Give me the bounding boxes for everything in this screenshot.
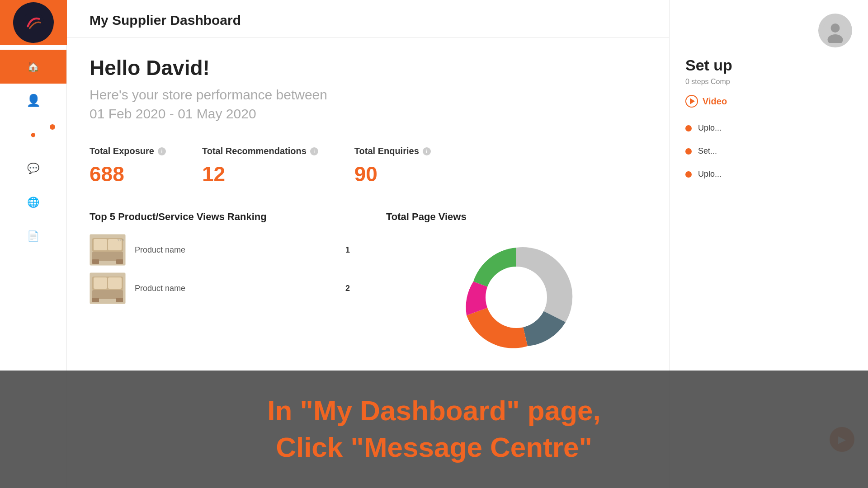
- sidebar-item-profile[interactable]: 👤: [0, 84, 66, 117]
- bottom-banner: In "My Dashboard" page, Click "Message C…: [0, 371, 868, 488]
- sidebar-item-settings[interactable]: 🌐: [0, 185, 66, 219]
- svg-rect-17: [116, 298, 123, 302]
- play-icon: [685, 95, 698, 108]
- svg-rect-3: [94, 239, 107, 250]
- sidebar-item-home[interactable]: 🏠: [0, 50, 66, 84]
- bottom-section: Top 5 Product/Service Views Ranking: [90, 211, 646, 361]
- banner-text: In "My Dashboard" page, Click "Message C…: [267, 393, 600, 465]
- svg-point-20: [831, 23, 840, 33]
- video-label: Video: [703, 96, 727, 107]
- list-item: Set...: [685, 146, 852, 156]
- svg-rect-16: [92, 298, 99, 302]
- sidebar-item-messages[interactable]: 💬: [0, 151, 66, 185]
- list-item: Uplo...: [685, 123, 852, 133]
- analytics-badge: [50, 124, 55, 130]
- profile-icon: 👤: [26, 94, 41, 108]
- svg-rect-6: [92, 259, 99, 264]
- product-rank-2: 2: [345, 284, 350, 293]
- step-bullet-2: [685, 148, 692, 155]
- exposure-info-icon[interactable]: i: [158, 147, 166, 155]
- performance-line1: Here's your store performance between: [90, 87, 327, 102]
- banner-line2: Click "Message Centre": [267, 429, 600, 466]
- svg-rect-13: [94, 277, 107, 289]
- stat-recommendations-label: Total Recommendations i: [202, 146, 318, 156]
- greeting: Hello David!: [90, 56, 646, 80]
- banner-line1: In "My Dashboard" page,: [267, 393, 600, 429]
- video-link[interactable]: Video: [685, 95, 852, 108]
- messages-icon: 💬: [26, 161, 41, 176]
- logo-circle: [13, 2, 54, 43]
- sidebar-item-analytics[interactable]: ●: [0, 117, 66, 151]
- product-thumb-inner-1: 1 2 3: [90, 234, 126, 266]
- recommendations-info-icon[interactable]: i: [310, 147, 318, 155]
- stat-enquiries-value: 90: [354, 162, 431, 186]
- stat-recommendations-value: 12: [202, 162, 318, 186]
- sidebar-nav: 🏠 👤 ● 💬 🌐 📄: [0, 45, 66, 253]
- bed-image-2: [90, 273, 125, 304]
- analytics-icon: ●: [26, 127, 41, 142]
- table-row: 1 2 3 Product name 1: [90, 234, 350, 266]
- setup-title: Set up: [685, 56, 852, 74]
- avatar-icon: [823, 18, 848, 43]
- avatar: [818, 14, 852, 47]
- stat-exposure-value: 688: [90, 162, 166, 186]
- svg-text:3: 3: [122, 238, 124, 242]
- step-bullet-3: [685, 171, 692, 178]
- stat-exposure: Total Exposure i 688: [90, 146, 166, 186]
- step-text-2: Set...: [698, 146, 717, 156]
- donut-chart: [439, 234, 593, 361]
- sidebar-logo: [0, 0, 67, 45]
- product-thumb-inner-2: [90, 272, 126, 304]
- list-item: Uplo...: [685, 169, 852, 179]
- page-title: My Supplier Dashboard: [90, 13, 646, 28]
- setup-steps: Uplo... Set... Uplo...: [685, 123, 852, 179]
- stats-row: Total Exposure i 688 Total Recommendatio…: [90, 146, 646, 186]
- product-name-1: Product name: [135, 245, 336, 255]
- step-text-3: Uplo...: [698, 169, 722, 179]
- chart-title: Total Page Views: [386, 211, 646, 223]
- table-row: Product name 2: [90, 272, 350, 304]
- product-name-2: Product name: [135, 284, 336, 293]
- stat-enquiries-label: Total Enquiries i: [354, 146, 431, 156]
- document-icon: 📄: [26, 229, 41, 244]
- product-thumbnail-2: [90, 272, 126, 304]
- logo-icon: [22, 11, 45, 34]
- setup-subtitle: 0 steps Comp: [685, 78, 852, 86]
- stat-exposure-label: Total Exposure i: [90, 146, 166, 156]
- home-icon: 🏠: [26, 60, 41, 74]
- step-text-1: Uplo...: [698, 123, 722, 133]
- ranking-section: Top 5 Product/Service Views Ranking: [90, 211, 350, 361]
- donut-chart-container: [386, 234, 646, 361]
- sidebar-item-documents[interactable]: 📄: [0, 219, 66, 253]
- play-triangle: [690, 98, 695, 104]
- performance-line2: 01 Feb 2020 - 01 May 2020: [90, 106, 256, 121]
- ranking-title: Top 5 Product/Service Views Ranking: [90, 211, 350, 223]
- svg-rect-14: [108, 277, 122, 289]
- svg-rect-7: [116, 259, 123, 264]
- product-thumbnail-1: 1 2 3: [90, 234, 126, 266]
- globe-icon: 🌐: [26, 195, 41, 210]
- product-rank-1: 1: [345, 245, 350, 255]
- avatar-container: [685, 14, 852, 47]
- performance-text: Here's your store performance between 01…: [90, 85, 646, 123]
- step-bullet-1: [685, 125, 692, 131]
- chart-section: Total Page Views: [386, 211, 646, 361]
- stat-enquiries: Total Enquiries i 90: [354, 146, 431, 186]
- svg-point-18: [486, 267, 547, 328]
- enquiries-info-icon[interactable]: i: [423, 147, 431, 155]
- page-header: My Supplier Dashboard: [67, 0, 669, 38]
- bed-image-1: 1 2 3: [90, 235, 125, 265]
- stat-recommendations: Total Recommendations i 12: [202, 146, 318, 186]
